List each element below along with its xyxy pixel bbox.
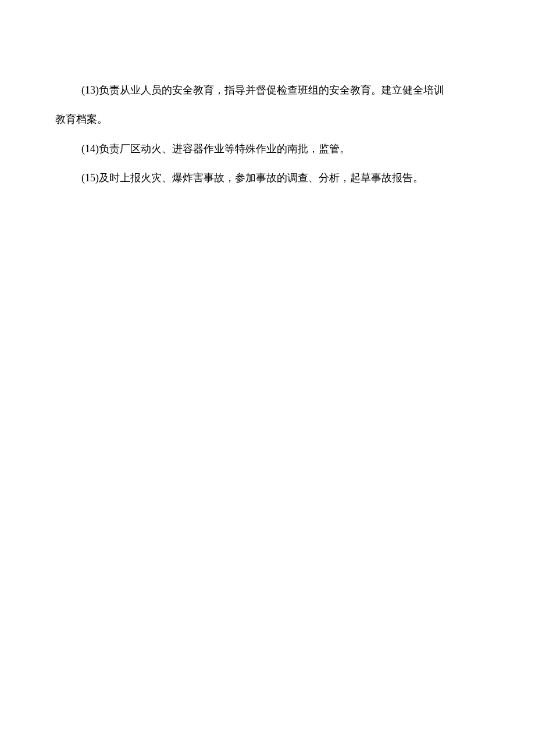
paragraph-13-line-1: (13)负责从业人员的安全教育，指导并督促检查班组的安全教育。建立健全培训 <box>55 76 480 105</box>
paragraph-14: (14)负责厂区动火、进容器作业等特殊作业的南批，监管。 <box>55 134 480 163</box>
document-body: (13)负责从业人员的安全教育，指导并督促检查班组的安全教育。建立健全培训 教育… <box>55 76 480 193</box>
paragraph-15: (15)及时上报火灾、爆炸害事故，参加事故的调查、分析，起草事故报告。 <box>55 163 480 192</box>
paragraph-13-line-2: 教育档案。 <box>55 105 480 134</box>
